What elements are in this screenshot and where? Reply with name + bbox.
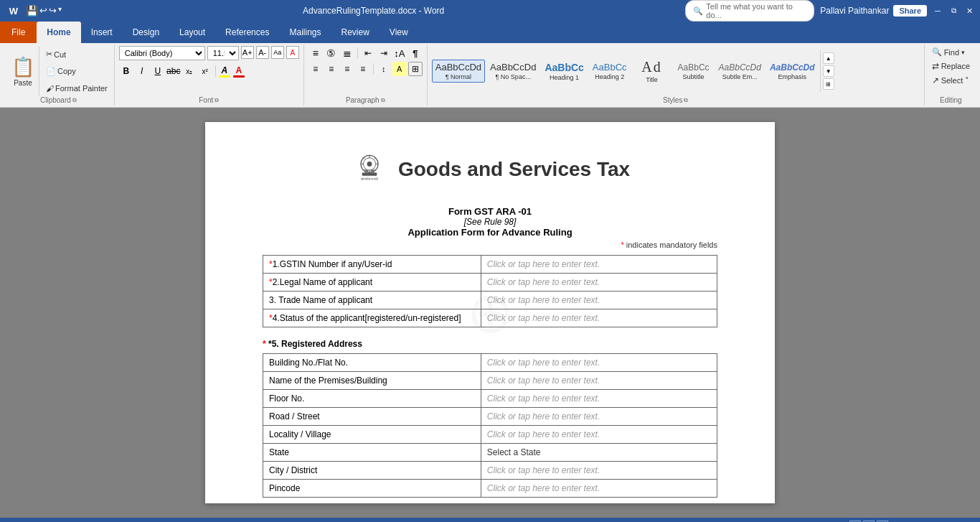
bullets-button[interactable]: ≡ (308, 46, 323, 60)
font-increase-button[interactable]: A+ (241, 46, 254, 59)
sort-button[interactable]: ↕A (392, 46, 407, 60)
styles-group-content: AaBbCcDd ¶ Normal AaBbCcDd ¶ No Spac... … (432, 46, 837, 96)
save-icon[interactable]: 💾 (26, 5, 38, 17)
table-row: Name of the Premises/Building Click or t… (263, 372, 717, 390)
underline-button[interactable]: U (151, 64, 165, 78)
undo-icon[interactable]: ↩ (39, 5, 47, 17)
font-decrease-button[interactable]: A- (256, 46, 269, 59)
find-button[interactable]: 🔍 Find ▾ (929, 46, 973, 58)
style-subtitle[interactable]: AaBbCc Subtitle (674, 60, 714, 83)
style-heading1[interactable]: AaBbCc Heading 1 (541, 60, 587, 83)
multilevel-button[interactable]: ≣ (340, 46, 354, 60)
font-size-select[interactable]: 11.5 (207, 46, 239, 60)
style-subtitle-preview: AaBbCc (678, 62, 710, 73)
strikethrough-button[interactable]: abc (166, 64, 181, 78)
tab-file[interactable]: File (0, 22, 37, 43)
paragraph-expand-icon[interactable]: ⧉ (381, 97, 385, 104)
styles-scroll-down[interactable]: ▼ (823, 65, 834, 77)
subscript-button[interactable]: x₂ (182, 64, 197, 78)
style-heading2[interactable]: AaBbCc Heading 2 (589, 60, 631, 83)
font-color-button[interactable]: A (233, 65, 245, 78)
form-name: Form GST ARA -01 (263, 206, 717, 217)
align-right-button[interactable]: ≡ (340, 62, 354, 76)
table-row: State Select a State (263, 444, 717, 462)
table-row: Building No./Flat No. Click or tap here … (263, 354, 717, 372)
field-value-locality[interactable]: Click or tap here to enter text. (481, 426, 717, 444)
clipboard-expand-icon[interactable]: ⧉ (72, 97, 77, 104)
justify-button[interactable]: ≡ (356, 62, 370, 76)
align-left-button[interactable]: ≡ (308, 62, 323, 76)
field-value-pincode[interactable]: Click or tap here to enter text. (481, 480, 717, 498)
style-no-spacing[interactable]: AaBbCcDd ¶ No Spac... (486, 60, 540, 83)
text-highlight-button[interactable]: A (219, 65, 230, 78)
registered-address-heading: * *5. Registered Address (263, 339, 717, 349)
font-expand-icon[interactable]: ⧉ (215, 97, 219, 104)
borders-button[interactable]: ⊞ (408, 62, 423, 76)
tab-home[interactable]: Home (37, 22, 80, 43)
req-star: * (269, 313, 273, 323)
table-row: Floor No. Click or tap here to enter tex… (263, 390, 717, 408)
field-value-state[interactable]: Select a State (481, 444, 717, 462)
select-label: Select ˅ (941, 76, 970, 85)
numbering-button[interactable]: ⑤ (324, 46, 339, 60)
style-subtle-em-preview: AaBbCcDd (719, 62, 761, 73)
field-value-legal[interactable]: Click or tap here to enter text. (481, 274, 717, 292)
styles-expand-icon[interactable]: ⧉ (684, 97, 688, 104)
decrease-indent-button[interactable]: ⇤ (361, 46, 375, 60)
field-value-road[interactable]: Click or tap here to enter text. (481, 408, 717, 426)
tab-references[interactable]: References (215, 22, 279, 43)
tab-review[interactable]: Review (331, 22, 379, 43)
cut-icon: ✂ (46, 50, 52, 59)
section-req-star: * (263, 339, 266, 349)
restore-button[interactable]: ⧉ (948, 6, 958, 16)
align-center-button[interactable]: ≡ (324, 62, 339, 76)
replace-button[interactable]: ⇄ Replace (929, 60, 973, 73)
style-subtle-em[interactable]: AaBbCcDd Subtle Em... (715, 60, 765, 83)
field-value-status[interactable]: Click or tap here to enter text. (481, 309, 717, 327)
field-value-trade[interactable]: Click or tap here to enter text. (481, 292, 717, 309)
select-icon: ↗ (932, 75, 939, 85)
styles-scroll-up[interactable]: ▲ (823, 52, 834, 64)
tab-layout[interactable]: Layout (169, 22, 215, 43)
style-emphasis[interactable]: AaBbCcDd Emphasis (766, 60, 819, 83)
document-page: ⊕ (205, 122, 775, 503)
tab-design[interactable]: Design (123, 22, 169, 43)
redo-icon[interactable]: ↪ (49, 5, 57, 17)
paragraph-row2: ≡ ≡ ≡ ≡ ↕ A ⊞ (308, 62, 423, 76)
font-case-button[interactable]: Aa (271, 46, 284, 59)
styles-expand[interactable]: ⊞ (823, 78, 834, 90)
italic-button[interactable]: I (135, 64, 149, 78)
req-star: * (269, 259, 273, 269)
field-value-city[interactable]: Click or tap here to enter text. (481, 462, 717, 480)
tab-mailings[interactable]: Mailings (279, 22, 331, 43)
help-search-box[interactable]: 🔍 Tell me what you want to do... (685, 0, 814, 22)
shading-button[interactable]: A (392, 62, 407, 76)
field-value-building[interactable]: Click or tap here to enter text. (481, 354, 717, 372)
field-value-gstin[interactable]: Click or tap here to enter text. (481, 256, 717, 274)
select-button[interactable]: ↗ Select ˅ (929, 74, 973, 87)
field-label-premises: Name of the Premises/Building (263, 372, 481, 390)
clear-format-button[interactable]: A (286, 46, 299, 59)
line-spacing-button[interactable]: ↕ (377, 62, 391, 76)
superscript-button[interactable]: x² (198, 64, 212, 78)
show-formatting-button[interactable]: ¶ (408, 46, 423, 60)
tab-view[interactable]: View (380, 22, 418, 43)
tab-insert[interactable]: Insert (81, 22, 123, 43)
style-normal[interactable]: AaBbCcDd ¶ Normal (432, 60, 485, 83)
style-title[interactable]: Ad Title (632, 57, 672, 85)
field-value-premises[interactable]: Click or tap here to enter text. (481, 372, 717, 390)
style-subtle-em-label: Subtle Em... (722, 73, 758, 80)
format-painter-button[interactable]: 🖌 Format Painter (44, 83, 110, 93)
increase-indent-button[interactable]: ⇥ (377, 46, 391, 60)
cut-button[interactable]: ✂ Cut (44, 49, 110, 60)
share-button[interactable]: Share (893, 5, 927, 17)
bold-button[interactable]: B (119, 64, 133, 78)
app-title: Application Form for Advance Ruling (263, 227, 717, 238)
paste-button[interactable]: 📋 Paste (7, 46, 39, 96)
style-title-label: Title (646, 76, 658, 83)
copy-button[interactable]: 📄 Copy (44, 66, 110, 77)
close-button[interactable]: ✕ (964, 6, 974, 16)
minimize-button[interactable]: ─ (933, 6, 943, 16)
font-name-select[interactable]: Calibri (Body) (119, 46, 205, 60)
field-value-floor[interactable]: Click or tap here to enter text. (481, 390, 717, 408)
